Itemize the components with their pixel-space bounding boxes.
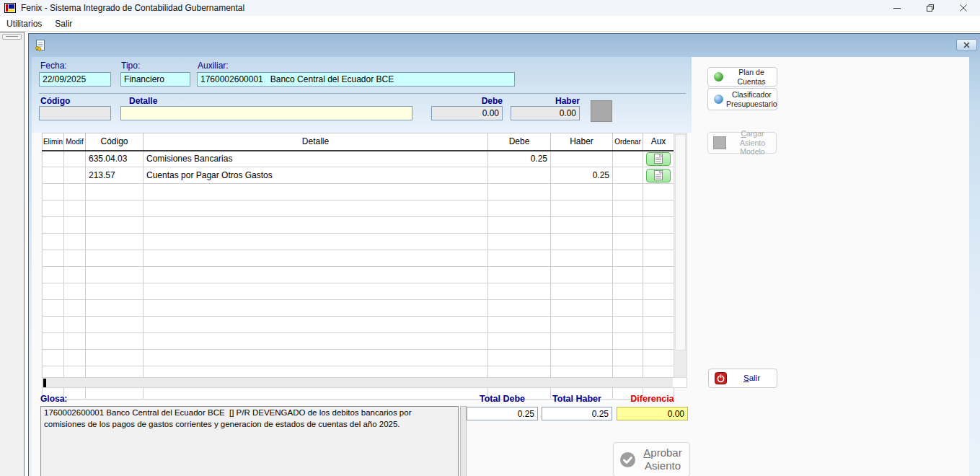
cell-ordenar[interactable] xyxy=(613,317,643,333)
cell-ordenar[interactable] xyxy=(613,300,643,317)
header-elimin[interactable]: Elimin xyxy=(43,133,64,151)
cell-haber[interactable] xyxy=(551,250,613,267)
cell-modif[interactable] xyxy=(64,234,86,250)
cell-detalle[interactable] xyxy=(144,333,488,350)
cell-aux[interactable] xyxy=(643,234,674,250)
cell-codigo[interactable] xyxy=(86,283,144,300)
cell-haber[interactable] xyxy=(551,151,613,167)
cell-debe[interactable] xyxy=(488,267,551,283)
cell-aux[interactable] xyxy=(643,300,674,317)
tipo-input[interactable] xyxy=(120,72,190,87)
cell-modif[interactable] xyxy=(64,350,86,366)
cell-elimin[interactable] xyxy=(43,267,64,283)
cell-ordenar[interactable] xyxy=(613,234,643,250)
cell-aux[interactable] xyxy=(643,283,674,300)
aux-button[interactable] xyxy=(646,152,671,166)
debe-input[interactable] xyxy=(431,106,503,120)
cell-aux[interactable] xyxy=(643,200,674,217)
cell-detalle[interactable]: Cuentas por Pagar Otros Gastos xyxy=(144,167,488,184)
cell-debe[interactable] xyxy=(488,234,551,250)
cell-modif[interactable] xyxy=(64,151,86,167)
cell-haber[interactable] xyxy=(551,267,613,283)
cell-codigo[interactable] xyxy=(86,317,144,333)
cell-debe[interactable] xyxy=(488,350,551,366)
glosa-splitter[interactable] xyxy=(460,406,467,476)
header-aux[interactable]: Aux xyxy=(643,133,674,151)
cell-codigo[interactable]: 635.04.03 xyxy=(86,151,144,167)
cell-ordenar[interactable] xyxy=(613,250,643,267)
cell-debe[interactable] xyxy=(488,300,551,317)
cell-ordenar[interactable] xyxy=(613,267,643,283)
cell-ordenar[interactable] xyxy=(613,283,643,300)
cell-aux[interactable] xyxy=(643,333,674,350)
cell-debe[interactable] xyxy=(488,200,551,217)
cell-codigo[interactable] xyxy=(86,350,144,366)
cell-ordenar[interactable] xyxy=(613,333,643,350)
cell-detalle[interactable] xyxy=(144,317,488,333)
glosa-textarea[interactable]: 1760002600001 Banco Central del Ecuador … xyxy=(40,406,459,476)
menu-utilitarios[interactable]: Utilitarios xyxy=(0,17,48,31)
cell-codigo[interactable] xyxy=(86,184,144,200)
cell-elimin[interactable] xyxy=(43,167,64,184)
header-haber[interactable]: Haber xyxy=(551,133,613,151)
cell-modif[interactable] xyxy=(64,184,86,200)
cell-elimin[interactable] xyxy=(43,151,64,167)
haber-input[interactable] xyxy=(511,106,580,120)
cell-modif[interactable] xyxy=(64,250,86,267)
codigo-input[interactable] xyxy=(39,106,111,120)
cell-detalle[interactable]: Comisiones Bancarias xyxy=(144,151,488,167)
cell-aux[interactable] xyxy=(643,250,674,267)
menu-salir[interactable]: Salir xyxy=(48,17,79,31)
cell-modif[interactable] xyxy=(64,267,86,283)
cell-elimin[interactable] xyxy=(43,350,64,366)
cell-ordenar[interactable] xyxy=(613,184,643,200)
close-button[interactable] xyxy=(947,0,980,16)
scrollbar-thumb[interactable] xyxy=(675,134,686,351)
cell-elimin[interactable] xyxy=(43,200,64,217)
cell-debe[interactable] xyxy=(488,250,551,267)
table-bottom-strip[interactable] xyxy=(42,377,687,388)
cell-detalle[interactable] xyxy=(144,184,488,200)
cell-detalle[interactable] xyxy=(144,234,488,250)
cell-modif[interactable] xyxy=(64,333,86,350)
cell-ordenar[interactable] xyxy=(613,200,643,217)
fecha-input[interactable] xyxy=(39,72,111,87)
cell-debe[interactable] xyxy=(488,217,551,234)
cell-elimin[interactable] xyxy=(43,217,64,234)
cell-elimin[interactable] xyxy=(43,234,64,250)
cell-modif[interactable] xyxy=(64,283,86,300)
cell-elimin[interactable] xyxy=(43,250,64,267)
cell-detalle[interactable] xyxy=(144,217,488,234)
cell-debe[interactable] xyxy=(488,167,551,184)
cell-ordenar[interactable] xyxy=(613,350,643,366)
minimize-button[interactable] xyxy=(880,0,914,16)
cell-debe[interactable] xyxy=(488,184,551,200)
cell-aux[interactable] xyxy=(643,184,674,200)
cell-detalle[interactable] xyxy=(144,200,488,217)
aprobar-asiento-button[interactable]: Aprobar Asiento xyxy=(613,442,690,476)
cell-detalle[interactable] xyxy=(144,267,488,283)
cell-aux[interactable] xyxy=(643,217,674,234)
collapsed-side-panel[interactable] xyxy=(0,32,25,476)
salir-button[interactable]: Salir xyxy=(708,369,777,388)
cell-modif[interactable] xyxy=(64,300,86,317)
cell-codigo[interactable] xyxy=(86,200,144,217)
panel-grip-handle[interactable] xyxy=(2,34,22,40)
plan-de-cuentas-button[interactable]: Plan de Cuentas xyxy=(707,67,777,87)
clasificador-presupuestario-button[interactable]: Clasificador Presupuestario xyxy=(707,88,777,110)
cell-codigo[interactable]: 213.57 xyxy=(86,167,144,184)
cell-codigo[interactable] xyxy=(86,333,144,350)
cell-ordenar[interactable] xyxy=(613,217,643,234)
cell-haber[interactable] xyxy=(551,333,613,350)
cell-haber[interactable] xyxy=(551,200,613,217)
cell-debe[interactable] xyxy=(488,283,551,300)
cell-aux[interactable] xyxy=(643,167,674,184)
cell-haber[interactable]: 0.25 xyxy=(551,167,613,184)
cell-elimin[interactable] xyxy=(43,333,64,350)
add-entry-button[interactable] xyxy=(591,100,612,122)
cell-detalle[interactable] xyxy=(144,300,488,317)
cell-modif[interactable] xyxy=(64,317,86,333)
header-debe[interactable]: Debe xyxy=(488,133,551,151)
cell-haber[interactable] xyxy=(551,350,613,366)
header-modif[interactable]: Modif xyxy=(64,133,86,151)
